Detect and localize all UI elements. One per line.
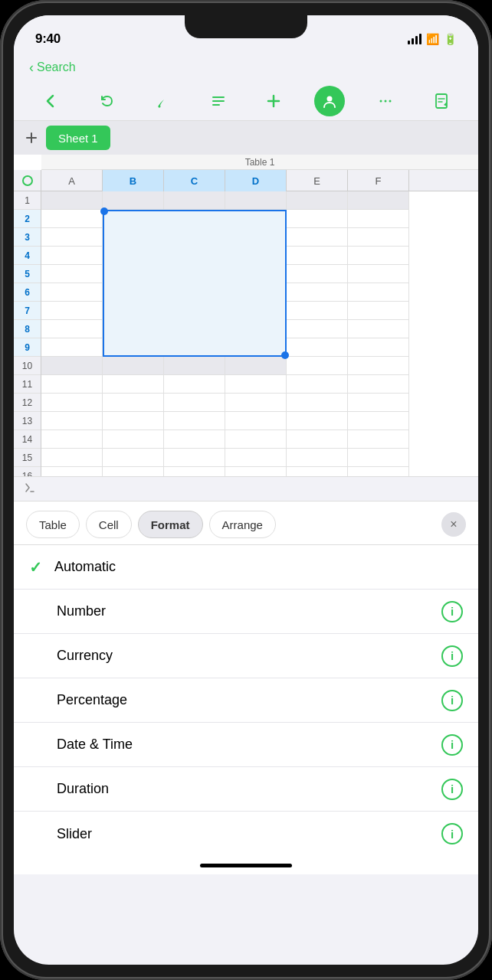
cell-A7[interactable] — [41, 302, 103, 320]
cell-C16[interactable] — [164, 467, 225, 476]
cell-B1[interactable] — [103, 191, 164, 210]
cell-C5[interactable] — [164, 265, 225, 283]
cell-D16[interactable] — [225, 467, 287, 476]
cell-B5[interactable] — [103, 265, 164, 283]
cell-B9[interactable] — [103, 338, 164, 357]
cell-E16[interactable] — [287, 467, 348, 476]
cell-D3[interactable] — [225, 228, 287, 247]
cell-B14[interactable] — [103, 430, 164, 449]
cell-C15[interactable] — [164, 449, 225, 467]
cell-F11[interactable] — [348, 375, 409, 394]
cell-D11[interactable] — [225, 375, 287, 394]
cell-F5[interactable] — [348, 265, 409, 283]
col-F[interactable]: F — [348, 170, 409, 191]
tab-table[interactable]: Table — [26, 511, 80, 538]
cell-F3[interactable] — [348, 228, 409, 247]
cell-D9[interactable] — [225, 338, 287, 357]
cell-C4[interactable] — [164, 247, 225, 265]
cell-B4[interactable] — [103, 247, 164, 265]
undo-button[interactable] — [91, 86, 122, 116]
cell-A9[interactable] — [41, 338, 103, 357]
format-percentage[interactable]: Percentage i — [14, 678, 478, 723]
cell-C6[interactable] — [164, 283, 225, 302]
paintbrush-button[interactable] — [147, 86, 178, 116]
cell-A15[interactable] — [41, 449, 103, 467]
cell-A10[interactable] — [41, 357, 103, 375]
cell-F12[interactable] — [348, 394, 409, 412]
sheet-tab-1[interactable]: Sheet 1 — [46, 126, 110, 150]
format-automatic[interactable]: ✓ Automatic — [14, 545, 478, 590]
cell-B6[interactable] — [103, 283, 164, 302]
cell-A8[interactable] — [41, 320, 103, 338]
cell-A5[interactable] — [41, 265, 103, 283]
cell-F16[interactable] — [348, 467, 409, 476]
cell-C7[interactable] — [164, 302, 225, 320]
col-E[interactable]: E — [287, 170, 348, 191]
cell-C8[interactable] — [164, 320, 225, 338]
tab-arrange[interactable]: Arrange — [209, 511, 276, 538]
cell-A14[interactable] — [41, 430, 103, 449]
currency-info-button[interactable]: i — [441, 645, 463, 667]
cell-B8[interactable] — [103, 320, 164, 338]
cell-F14[interactable] — [348, 430, 409, 449]
cell-B12[interactable] — [103, 394, 164, 412]
cell-F9[interactable] — [348, 338, 409, 357]
cell-F7[interactable] — [348, 302, 409, 320]
person-button[interactable] — [314, 86, 345, 116]
cell-D15[interactable] — [225, 449, 287, 467]
cell-B16[interactable] — [103, 467, 164, 476]
cell-F15[interactable] — [348, 449, 409, 467]
tab-cell[interactable]: Cell — [86, 511, 132, 538]
cell-C11[interactable] — [164, 375, 225, 394]
cell-D13[interactable] — [225, 412, 287, 430]
format-number[interactable]: Number i — [14, 590, 478, 634]
format-duration[interactable]: Duration i — [14, 767, 478, 812]
col-C[interactable]: C — [164, 170, 225, 191]
percentage-info-button[interactable]: i — [441, 690, 463, 711]
cell-C13[interactable] — [164, 412, 225, 430]
slider-info-button[interactable]: i — [441, 823, 463, 844]
cell-B10[interactable] — [103, 357, 164, 375]
cell-A2[interactable] — [41, 210, 103, 228]
cell-B11[interactable] — [103, 375, 164, 394]
cell-D4[interactable] — [225, 247, 287, 265]
cell-B7[interactable] — [103, 302, 164, 320]
cell-F13[interactable] — [348, 412, 409, 430]
grid-cells[interactable] — [41, 191, 478, 476]
add-button[interactable] — [258, 86, 289, 116]
format-datetime[interactable]: Date & Time i — [14, 723, 478, 767]
cell-E4[interactable] — [287, 247, 348, 265]
cell-E3[interactable] — [287, 228, 348, 247]
cell-D5[interactable] — [225, 265, 287, 283]
cell-D2[interactable] — [225, 210, 287, 228]
cell-D14[interactable] — [225, 430, 287, 449]
cell-C3[interactable] — [164, 228, 225, 247]
duration-info-button[interactable]: i — [441, 779, 463, 800]
text-format-button[interactable] — [203, 86, 234, 116]
cell-B13[interactable] — [103, 412, 164, 430]
cell-E1[interactable] — [287, 191, 348, 210]
cell-C1[interactable] — [164, 191, 225, 210]
cell-D7[interactable] — [225, 302, 287, 320]
cell-E6[interactable] — [287, 283, 348, 302]
format-slider[interactable]: Slider i — [14, 812, 478, 856]
back-arrow-button[interactable] — [35, 86, 66, 116]
cell-C9[interactable] — [164, 338, 225, 357]
cell-C12[interactable] — [164, 394, 225, 412]
datetime-info-button[interactable]: i — [441, 734, 463, 756]
cell-F10[interactable] — [348, 357, 409, 375]
tab-format[interactable]: Format — [138, 511, 203, 538]
select-all-icon[interactable] — [22, 175, 33, 186]
add-sheet-button[interactable] — [20, 126, 43, 149]
cell-F2[interactable] — [348, 210, 409, 228]
cell-E9[interactable] — [287, 338, 348, 357]
number-info-button[interactable]: i — [441, 601, 463, 622]
cell-E5[interactable] — [287, 265, 348, 283]
cell-F6[interactable] — [348, 283, 409, 302]
col-B[interactable]: B — [103, 170, 164, 191]
cell-C10[interactable] — [164, 357, 225, 375]
cell-D8[interactable] — [225, 320, 287, 338]
cell-B15[interactable] — [103, 449, 164, 467]
cell-A1[interactable] — [41, 191, 103, 210]
cell-E13[interactable] — [287, 412, 348, 430]
